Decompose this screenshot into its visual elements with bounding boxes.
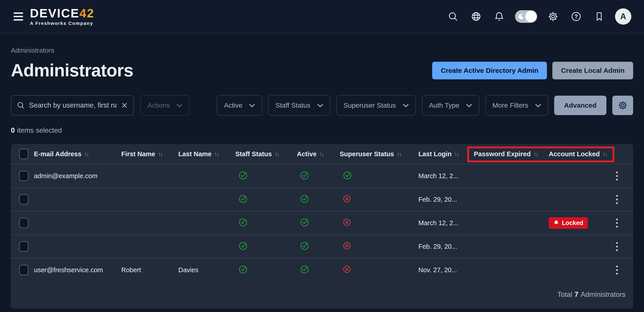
more-filters-dropdown[interactable]: More Filters: [485, 95, 548, 115]
column-header-last-name[interactable]: Last Name↑↓: [178, 150, 235, 158]
column-header-first-name[interactable]: First Name↑↓: [121, 150, 178, 158]
filter-active-dropdown[interactable]: Active: [217, 95, 262, 115]
gear-icon: [618, 101, 628, 110]
table-row: Feb. 29, 20...: [11, 187, 633, 211]
help-icon[interactable]: ?: [569, 9, 583, 24]
toggle-knob: [525, 11, 536, 22]
table-footer: Total 7 Administrators: [11, 282, 633, 308]
check-circle-icon: [238, 170, 248, 180]
sort-icon: ↑↓: [158, 151, 162, 157]
cell-email: admin@example.com: [34, 172, 121, 180]
table-settings-gear-button[interactable]: [612, 96, 633, 115]
cell-active: [297, 170, 340, 182]
create-local-admin-button[interactable]: Create Local Admin: [552, 62, 633, 79]
column-header-last-login[interactable]: Last Login↑↓: [418, 150, 474, 158]
cell-staff-status: [235, 217, 297, 229]
column-header-staff-status[interactable]: Staff Status↑↓: [235, 150, 297, 158]
cell-first-name: Robert: [121, 266, 178, 274]
row-actions-kebab-menu[interactable]: [615, 194, 619, 205]
filter-staff-status-dropdown[interactable]: Staff Status: [268, 95, 330, 115]
cell-staff-status: [235, 241, 297, 252]
cell-superuser-status: [340, 241, 418, 252]
search-input[interactable]: [29, 101, 117, 109]
row-checkbox[interactable]: [19, 241, 28, 252]
menu-icon[interactable]: [13, 11, 24, 21]
advanced-button[interactable]: Advanced: [554, 96, 606, 115]
filter-superuser-status-dropdown[interactable]: Superuser Status: [336, 95, 416, 115]
cell-active: [297, 241, 340, 252]
globe-icon[interactable]: [469, 9, 483, 24]
search-icon[interactable]: [446, 9, 460, 24]
row-checkbox[interactable]: [19, 265, 28, 275]
cell-last-login: Feb. 29, 20...: [418, 243, 474, 250]
check-circle-icon: [342, 170, 352, 180]
sort-icon: ↑↓: [533, 151, 538, 157]
check-circle-icon: [300, 170, 310, 180]
row-actions-kebab-menu[interactable]: [615, 241, 619, 252]
breadcrumb[interactable]: Administrators: [11, 46, 54, 54]
cell-active: [297, 217, 340, 229]
chevron-down-icon: [249, 104, 255, 107]
column-header-email[interactable]: E-mail Address↑↓: [34, 150, 121, 158]
sort-icon: ↑↓: [397, 151, 401, 157]
cell-account-locked: Locked: [549, 217, 609, 229]
cell-staff-status: [235, 264, 297, 276]
select-all-checkbox[interactable]: [19, 149, 28, 159]
table-row: user@freshservice.com Robert Davies Nov.…: [11, 258, 633, 282]
row-actions-kebab-menu[interactable]: [615, 217, 619, 229]
user-avatar[interactable]: A: [615, 8, 631, 25]
row-actions-kebab-menu[interactable]: [615, 170, 619, 182]
chevron-down-icon: [466, 104, 472, 107]
table-row: Feb. 29, 20...: [11, 235, 633, 258]
cell-superuser-status: [340, 218, 418, 228]
check-circle-icon: [300, 241, 310, 251]
x-circle-icon: [342, 194, 352, 203]
search-box: [11, 95, 134, 115]
x-circle-icon: [342, 218, 352, 227]
search-input-icon: [17, 101, 25, 109]
cell-last-login: Feb. 29, 20...: [418, 196, 474, 203]
locked-badge: Locked: [549, 217, 588, 229]
bookmark-icon[interactable]: [592, 9, 606, 24]
column-header-superuser-status[interactable]: Superuser Status↑↓: [340, 150, 418, 158]
sort-icon: ↑↓: [84, 151, 88, 157]
column-header-password-expired[interactable]: Password Expired↑↓: [474, 150, 549, 158]
app-root: DEVICE42 A Freshworks Company: [0, 0, 644, 309]
filter-auth-type-dropdown[interactable]: Auth Type: [422, 95, 480, 115]
administrators-table: E-mail Address↑↓ First Name↑↓ Last Name↑…: [11, 144, 633, 309]
row-checkbox[interactable]: [19, 194, 28, 205]
row-checkbox[interactable]: [19, 171, 28, 181]
check-circle-icon: [238, 217, 248, 227]
chevron-down-icon: [403, 104, 409, 107]
column-header-account-locked[interactable]: Account Locked↑↓: [549, 150, 609, 158]
cell-email: user@freshservice.com: [34, 266, 121, 274]
actions-dropdown[interactable]: Actions: [140, 95, 190, 115]
brand-logo-text: DEVICE42: [30, 7, 94, 19]
row-checkbox[interactable]: [19, 218, 28, 228]
notifications-bell-icon[interactable]: [492, 9, 506, 24]
moon-icon: [517, 12, 525, 21]
cell-superuser-status: [340, 265, 418, 275]
sort-icon: ↑↓: [274, 151, 279, 157]
row-actions-kebab-menu[interactable]: [615, 264, 619, 276]
column-header-active[interactable]: Active↑↓: [297, 150, 340, 158]
check-circle-icon: [238, 194, 248, 204]
create-active-directory-admin-button[interactable]: Create Active Directory Admin: [432, 62, 547, 79]
cell-active: [297, 194, 340, 205]
check-circle-icon: [300, 217, 310, 227]
table-body: admin@example.com March 12, 2... Feb. 29…: [11, 164, 633, 282]
check-circle-icon: [238, 264, 248, 274]
svg-text:?: ?: [574, 13, 578, 20]
table-row: March 12, 2... Locked: [11, 211, 633, 235]
sort-icon: ↑↓: [454, 151, 459, 157]
x-circle-icon: [342, 265, 352, 274]
settings-gear-icon[interactable]: [546, 9, 560, 24]
brand-logo[interactable]: DEVICE42 A Freshworks Company: [30, 7, 94, 26]
cell-last-login: March 12, 2...: [418, 219, 474, 227]
cell-last-name: Davies: [178, 266, 235, 274]
theme-toggle[interactable]: [515, 10, 537, 23]
cell-last-login: Nov. 27, 20...: [418, 266, 474, 274]
check-circle-icon: [238, 241, 248, 251]
chevron-down-icon: [176, 104, 182, 107]
clear-search-icon[interactable]: [121, 102, 128, 109]
